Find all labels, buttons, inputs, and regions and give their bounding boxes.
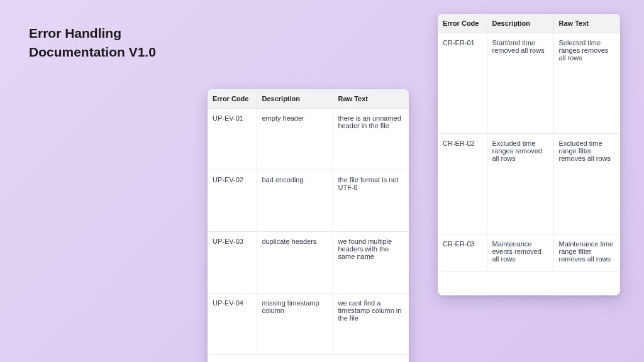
cell-raw-text: the file format is not UTF-8 xyxy=(333,170,409,232)
table-row: UP-EV-01 empty header there is an unname… xyxy=(208,109,409,170)
page-title: Error Handling Documentation V1.0 xyxy=(29,24,192,62)
cell-description: empty header xyxy=(257,109,333,170)
col-error-code: Error Code xyxy=(438,14,487,33)
col-description: Description xyxy=(487,14,553,33)
error-table-upload: Error Code Description Raw Text UP-EV-01… xyxy=(208,89,409,355)
table-row: UP-EV-03 duplicate headers we found mult… xyxy=(208,232,409,293)
title-line-2: Documentation V1.0 xyxy=(29,45,156,59)
cell-error-code: CR-ER-01 xyxy=(438,33,487,134)
cell-error-code: UP-EV-01 xyxy=(208,109,257,170)
cell-error-code: CR-ER-03 xyxy=(438,234,487,272)
cell-error-code: UP-EV-04 xyxy=(208,293,257,355)
cell-raw-text: Selected time ranges removes all rows xyxy=(553,33,620,134)
cell-description: Excluded time ranges removed all rows xyxy=(487,134,553,234)
cell-description: missing timestamp column xyxy=(257,293,333,355)
table-row: CR-ER-03 Maintenance events removed all … xyxy=(438,234,620,272)
col-error-code: Error Code xyxy=(208,89,257,109)
table-row: UP-EV-04 missing timestamp column we can… xyxy=(208,293,409,355)
cell-description: Start/end time removed all rows xyxy=(487,33,553,134)
cell-raw-text: we found multiple headers with the same … xyxy=(333,232,409,293)
cell-description: Maintenance events removed all rows xyxy=(487,234,553,272)
col-description: Description xyxy=(257,89,333,109)
cell-error-code: CR-ER-02 xyxy=(438,134,487,234)
table-row: UP-EV-02 bad encoding the file format is… xyxy=(208,170,409,232)
table-header-row: Error Code Description Raw Text xyxy=(208,89,409,109)
cell-raw-text: we cant find a timestamp column in the f… xyxy=(333,293,409,355)
error-table-create: Error Code Description Raw Text CR-ER-01… xyxy=(438,14,620,272)
cell-raw-text: Excluded time range filter removes all r… xyxy=(553,134,620,234)
table-row: CR-ER-02 Excluded time ranges removed al… xyxy=(438,134,620,234)
table-row: CR-ER-01 Start/end time removed all rows… xyxy=(438,33,620,134)
cell-description: bad encoding xyxy=(257,170,333,232)
cell-error-code: UP-EV-02 xyxy=(208,170,257,232)
title-line-1: Error Handling xyxy=(29,26,121,40)
cell-description: duplicate headers xyxy=(257,232,333,293)
cell-raw-text: there is an unnamed header in the file xyxy=(333,109,409,170)
col-raw-text: Raw Text xyxy=(553,14,620,33)
error-table-card-upload: Error Code Description Raw Text UP-EV-01… xyxy=(208,89,409,362)
col-raw-text: Raw Text xyxy=(333,89,409,109)
cell-raw-text: Maintenance time range filter removes al… xyxy=(553,234,620,272)
error-table-card-create: Error Code Description Raw Text CR-ER-01… xyxy=(438,14,620,295)
cell-error-code: UP-EV-03 xyxy=(208,232,257,293)
table-header-row: Error Code Description Raw Text xyxy=(438,14,620,33)
